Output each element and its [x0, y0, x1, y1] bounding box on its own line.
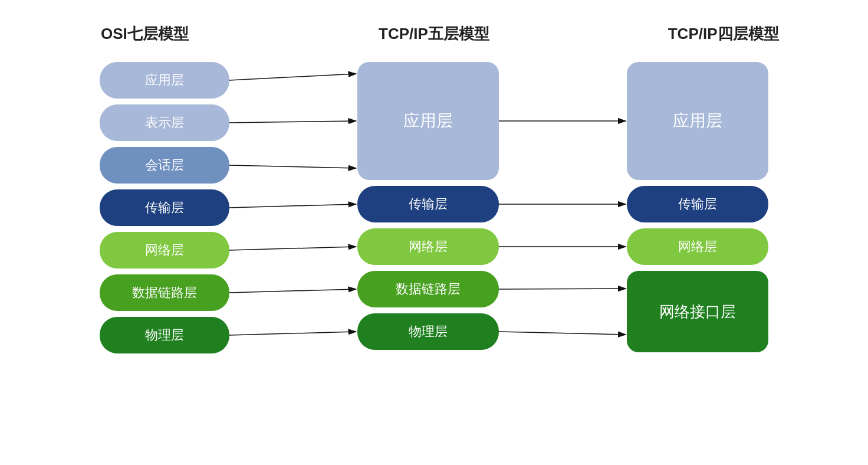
svg-line-11 — [499, 289, 626, 289]
tcp5-app-layer: 应用层 — [357, 62, 499, 180]
tcp4-column: 应用层 传输层 网络层 网络接口层 — [627, 62, 768, 352]
tcp5-trans-layer: 传输层 — [357, 186, 499, 222]
osi-header: OSI七层模型 — [56, 24, 233, 44]
svg-line-12 — [499, 332, 626, 335]
osi-pres-layer: 表示层 — [100, 104, 229, 141]
tcp4-netif-layer: 网络接口层 — [627, 271, 768, 352]
tcp4-trans-layer: 传输层 — [627, 186, 768, 222]
tcp5-net-layer: 网络层 — [357, 228, 499, 265]
svg-line-5 — [229, 247, 356, 250]
svg-line-7 — [229, 332, 356, 335]
osi-phy-layer: 物理层 — [100, 317, 229, 353]
tcp5-phy-layer: 物理层 — [357, 313, 499, 350]
diagram-container: OSI七层模型 TCP/IP五层模型 TCP/IP四层模型 应用层 表示层 会话… — [0, 0, 868, 465]
tcp4-app-layer: 应用层 — [627, 62, 768, 180]
svg-line-3 — [229, 165, 356, 168]
tcp4-header: TCP/IP四层模型 — [635, 24, 812, 44]
columns-area: 应用层 表示层 会话层 传输层 网络层 数据链路层 物理层 应用层 传输层 网络… — [0, 56, 868, 465]
osi-trans-layer: 传输层 — [100, 189, 229, 226]
tcp5-data-layer: 数据链路层 — [357, 271, 499, 307]
tcp5-header: TCP/IP五层模型 — [346, 24, 522, 44]
headers-row: OSI七层模型 TCP/IP五层模型 TCP/IP四层模型 — [0, 0, 868, 56]
svg-line-2 — [229, 121, 356, 123]
svg-line-4 — [229, 204, 356, 208]
svg-line-6 — [229, 289, 356, 293]
osi-app-layer: 应用层 — [100, 62, 229, 99]
tcp5-column: 应用层 传输层 网络层 数据链路层 物理层 — [357, 62, 499, 350]
osi-data-layer: 数据链路层 — [100, 274, 229, 311]
svg-line-1 — [229, 74, 356, 80]
osi-net-layer: 网络层 — [100, 232, 229, 268]
osi-column: 应用层 表示层 会话层 传输层 网络层 数据链路层 物理层 — [100, 62, 229, 353]
osi-sess-layer: 会话层 — [100, 147, 229, 184]
tcp4-net-layer: 网络层 — [627, 228, 768, 265]
